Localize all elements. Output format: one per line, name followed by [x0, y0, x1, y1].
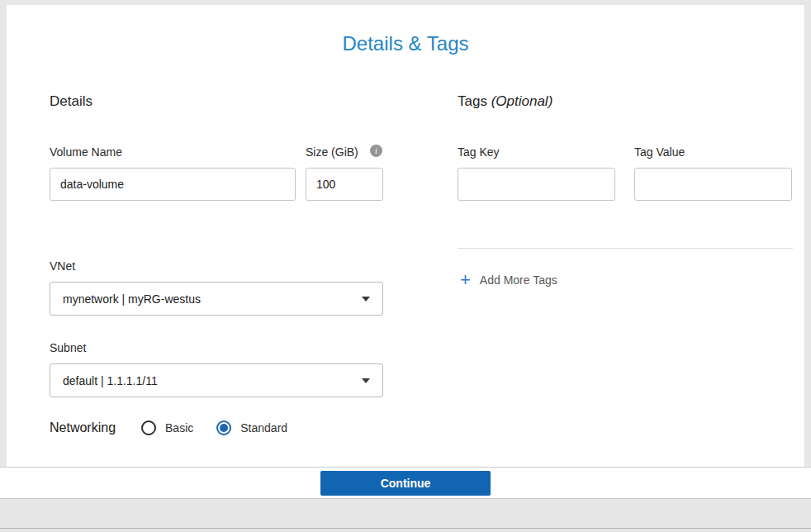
- bottom-border: [0, 528, 811, 529]
- subnet-dropdown-value: default | 1.1.1.1/11: [63, 374, 158, 387]
- tags-divider: [458, 248, 793, 249]
- tags-heading-optional: (Optional): [491, 93, 553, 109]
- tag-value-label: Tag Value: [634, 145, 685, 159]
- volume-name-input[interactable]: [50, 168, 296, 201]
- add-more-tags-button[interactable]: + Add More Tags: [460, 272, 557, 288]
- chevron-down-icon: [362, 297, 370, 302]
- page-title: Details & Tags: [7, 32, 804, 55]
- subnet-label: Subnet: [50, 341, 86, 354]
- size-label: Size (GiB): [306, 145, 358, 159]
- radio-circle-icon: [141, 420, 156, 435]
- tags-heading-text: Tags: [458, 93, 487, 109]
- tags-heading: Tags (Optional): [458, 93, 553, 110]
- continue-button[interactable]: Continue: [320, 471, 491, 496]
- form-card: Details & Tags Details Volume Name Size …: [7, 5, 804, 467]
- vnet-dropdown-value: mynetwork | myRG-westus: [63, 292, 201, 306]
- tag-value-input[interactable]: [634, 168, 792, 201]
- subnet-dropdown[interactable]: default | 1.1.1.1/11: [50, 363, 383, 397]
- size-input[interactable]: [306, 168, 383, 201]
- plus-icon: +: [460, 272, 471, 288]
- add-more-tags-label: Add More Tags: [480, 273, 557, 287]
- info-icon[interactable]: i: [370, 145, 382, 157]
- vnet-label: VNet: [50, 259, 75, 273]
- bottom-area: [0, 499, 811, 532]
- footer-bar: Continue: [0, 467, 811, 499]
- vnet-dropdown[interactable]: mynetwork | myRG-westus: [50, 282, 383, 316]
- radio-standard[interactable]: Standard: [216, 420, 287, 435]
- volume-name-label: Volume Name: [50, 145, 122, 159]
- tag-key-input[interactable]: [458, 168, 615, 201]
- radio-basic[interactable]: Basic: [141, 420, 193, 435]
- tag-key-label: Tag Key: [458, 145, 500, 159]
- details-heading: Details: [50, 93, 92, 110]
- radio-standard-label: Standard: [240, 421, 287, 435]
- radio-circle-icon: [216, 420, 231, 435]
- chevron-down-icon: [362, 378, 370, 383]
- details-and-tags-page: Details & Tags Details Volume Name Size …: [0, 0, 811, 532]
- networking-label: Networking: [50, 420, 116, 435]
- radio-basic-label: Basic: [165, 421, 193, 435]
- networking-row: Networking Basic Standard: [50, 420, 311, 435]
